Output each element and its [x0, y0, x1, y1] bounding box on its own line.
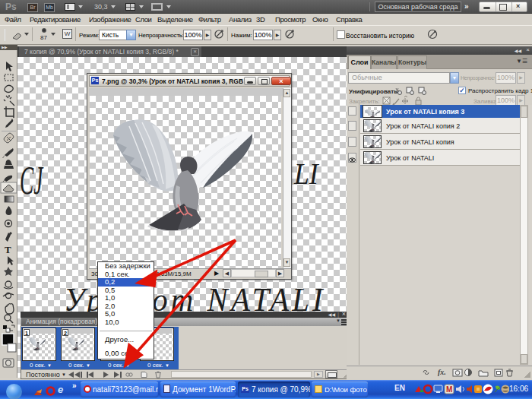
svg-text:M: M	[446, 385, 452, 394]
svg-text:T: T	[5, 244, 11, 255]
svg-text:fx.: fx.	[438, 368, 446, 376]
